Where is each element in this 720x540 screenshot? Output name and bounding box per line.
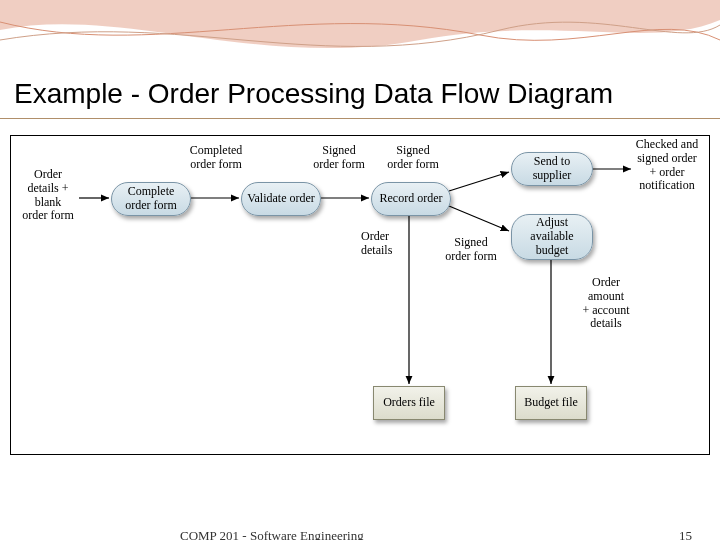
label-completed-order-form: Completed order form: [181, 144, 251, 172]
svg-line-4: [449, 206, 509, 231]
label-signed-order-form-3: Signed order form: [441, 236, 501, 264]
file-budget-file: Budget file: [515, 386, 587, 420]
label-input: Order details + blank order form: [17, 168, 79, 223]
label-signed-order-form-2: Signed order form: [383, 144, 443, 172]
process-record-order: Record order: [371, 182, 451, 216]
process-complete-order-form: Complete order form: [111, 182, 191, 216]
footer-course: COMP 201 - Software Engineering: [180, 528, 364, 540]
label-order-amount: Order amount + account details: [571, 276, 641, 331]
file-orders-file: Orders file: [373, 386, 445, 420]
title-underline: [0, 118, 720, 119]
dataflow-diagram: Order details + blank order form Complet…: [10, 135, 710, 455]
svg-line-3: [449, 172, 509, 191]
slide-title: Example - Order Processing Data Flow Dia…: [14, 78, 706, 110]
label-output-top: Checked and signed order + order notific…: [625, 138, 709, 193]
label-order-details: Order details: [361, 230, 409, 258]
footer-page-number: 15: [679, 528, 692, 540]
process-send-to-supplier: Send to supplier: [511, 152, 593, 186]
process-adjust-available-budget: Adjust available budget: [511, 214, 593, 260]
process-validate-order: Validate order: [241, 182, 321, 216]
header-wave-decoration: [0, 0, 720, 90]
label-signed-order-form-1: Signed order form: [309, 144, 369, 172]
